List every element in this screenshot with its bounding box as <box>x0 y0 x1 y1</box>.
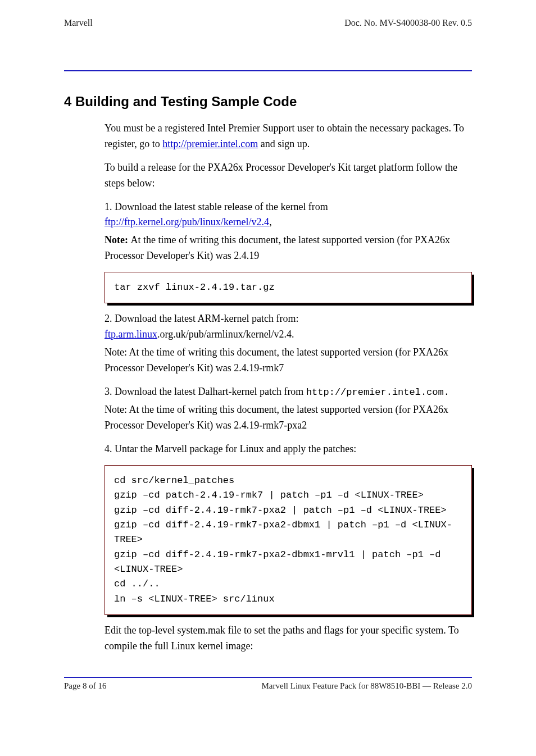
kernel-ftp-link[interactable]: ftp://ftp.kernel.org/pub/linux/kernel/v2… <box>105 216 269 227</box>
page-footer: Page 8 of 16 Marvell Linux Feature Pack … <box>64 681 472 691</box>
header-company: Marvell <box>64 18 93 28</box>
step-2-note: Note: At the time of writing this docume… <box>105 345 472 376</box>
para-signup: You must be a registered Intel Premier S… <box>105 121 472 152</box>
step-1: 1. Download the latest stable release of… <box>105 199 472 231</box>
footer-doc-title: Marvell Linux Feature Pack for 88W8510-B… <box>262 681 473 691</box>
step-2: 2. Download the latest ARM-kernel patch … <box>105 311 472 343</box>
step-5: Edit the top-level system.mak file to se… <box>105 623 472 654</box>
step-2-prefix: 2. Download the latest ARM-kernel patch … <box>105 313 298 324</box>
step-2-tail: .org.uk/pub/armlinux/kernel/v2.4. <box>157 329 294 340</box>
page-container: Marvell Doc. No. MV-S400038-00 Rev. 0.5 … <box>0 0 536 713</box>
step-1-tail: , <box>269 216 272 227</box>
intel-premier-link[interactable]: http://premier.intel.com <box>162 138 258 149</box>
para-signup-tail: and sign up. <box>258 138 310 149</box>
code-box-2: cd src/kernel_patches gzip –cd patch-2.4… <box>105 465 472 615</box>
step-1-prefix: 1. Download the latest stable release of… <box>105 201 328 212</box>
step-3-note: Note: At the time of writing this docume… <box>105 402 472 434</box>
header-docnum: Doc. No. MV-S400038-00 Rev. 0.5 <box>344 18 472 28</box>
para-steps: To build a release for the PXA26x Proces… <box>105 160 472 192</box>
footer-rule <box>64 677 472 678</box>
page-header: Marvell Doc. No. MV-S400038-00 Rev. 0.5 <box>64 18 472 28</box>
step-1-note: Note: At the time of writing this docume… <box>105 233 472 264</box>
code-box-1-content: tar zxvf linux-2.4.19.tar.gz <box>105 272 472 303</box>
note-label: Note: <box>105 234 130 245</box>
step-3-url: http://premier.intel.com. <box>306 387 449 398</box>
header-rule <box>64 70 472 71</box>
step-1-note-text: At the time of writing this document, th… <box>105 234 450 261</box>
footer-pagenum: Page 8 of 16 <box>64 681 106 691</box>
step-3: 3. Download the latest Dalhart-kernel pa… <box>105 384 472 400</box>
step-3-text: 3. Download the latest Dalhart-kernel pa… <box>105 386 306 397</box>
code-box-1: tar zxvf linux-2.4.19.tar.gz <box>105 272 472 303</box>
step-4: 4. Untar the Marvell package for Linux a… <box>105 441 472 457</box>
arm-ftp-link[interactable]: ftp.arm.linux <box>105 329 157 340</box>
section-heading: 4 Building and Testing Sample Code <box>64 94 472 110</box>
code-box-2-content: cd src/kernel_patches gzip –cd patch-2.4… <box>105 465 472 615</box>
